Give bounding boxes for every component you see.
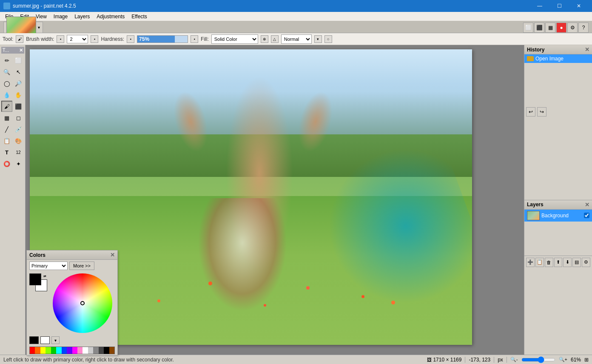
palette-yellow[interactable] [40, 347, 46, 354]
zoom-slider[interactable] [521, 356, 555, 363]
select-icon[interactable]: ▦ [545, 23, 555, 33]
colors-title: Colors [29, 252, 46, 258]
tool-paintbrush[interactable]: 🖌 [1, 101, 12, 112]
palette-cyan[interactable] [56, 347, 61, 354]
tab-dropdown-arrow[interactable]: ▾ [38, 25, 40, 30]
colors-close-button[interactable]: ✕ [110, 252, 115, 258]
zoom-in-button[interactable]: 🔍+ [559, 357, 567, 362]
swap-colors-icon[interactable]: ⇄ [43, 274, 46, 278]
tool-fill[interactable]: ⬛ [13, 101, 24, 112]
tool-recolor[interactable]: 🎨 [13, 135, 24, 146]
menu-bar: File Edit View Image Layers Adjustments … [0, 12, 592, 21]
blend-mode-select[interactable]: Normal Multiply Screen [281, 34, 312, 44]
menu-image[interactable]: Image [50, 12, 71, 21]
layer-add-button[interactable]: ➕ [526, 258, 535, 267]
maximize-button[interactable]: ☐ [549, 0, 569, 12]
palette-pink[interactable] [77, 347, 83, 354]
hardness-increase[interactable]: ▪ [191, 35, 198, 43]
status-hint: Left click to draw with primary color, r… [3, 357, 174, 363]
layer-merge-button[interactable]: ▤ [572, 258, 581, 267]
tool-erase[interactable]: ◻ [13, 112, 24, 123]
tool-color-picker[interactable]: 💧 [1, 89, 12, 100]
brush-width-select[interactable]: 2468 [67, 35, 88, 43]
menu-effects[interactable]: Effects [128, 12, 150, 21]
layer-props-button[interactable]: ⚙ [582, 258, 590, 267]
layer-delete-button[interactable]: 🗑 [545, 258, 553, 267]
color-primary-select[interactable]: Primary [29, 262, 68, 270]
layer-down-button[interactable]: ⬇ [563, 258, 572, 267]
layer-duplicate-button[interactable]: 📋 [535, 258, 544, 267]
color-options-button[interactable]: ▾ [51, 336, 60, 344]
palette-green[interactable] [51, 347, 56, 354]
tool-selection-magic[interactable]: ✦ [13, 158, 24, 169]
tool-row-3: ◯ 🔎 [1, 78, 24, 89]
tool-gradient[interactable]: ▦ [1, 112, 12, 123]
palette-black[interactable] [104, 347, 109, 354]
layer-up-button[interactable]: ⬆ [554, 258, 563, 267]
app-icon [3, 3, 10, 9]
tool-clone[interactable]: 📋 [1, 135, 12, 146]
palette-dkgray[interactable] [99, 347, 104, 354]
menu-adjustments[interactable]: Adjustments [93, 12, 128, 21]
menu-layers[interactable]: Layers [71, 12, 93, 21]
history-item-open[interactable]: Open Image [524, 54, 592, 63]
image-tab[interactable]: ▾ [3, 22, 43, 33]
primary-color-swatch[interactable] [29, 273, 41, 285]
history-redo-button[interactable]: ↪ [537, 107, 546, 117]
tool-zoom[interactable]: 🔍 [1, 66, 12, 77]
palette-ltgray[interactable] [88, 347, 93, 354]
brush-width-increase[interactable]: ▪ [91, 35, 98, 43]
colors-more-button[interactable]: More >> [69, 262, 94, 270]
zoom-fit-button[interactable]: ⊞ [584, 357, 589, 363]
palette-brown[interactable] [109, 347, 114, 354]
color-icon[interactable]: ● [556, 23, 566, 33]
palette-blue[interactable] [62, 347, 67, 354]
layer-item-background[interactable]: Background [524, 210, 592, 222]
palette-orange[interactable] [35, 347, 40, 354]
close-button[interactable]: ✕ [569, 0, 589, 12]
tool-select-rect[interactable]: ⬜ [13, 55, 24, 66]
zoom-out-button[interactable]: 🔍- [510, 357, 518, 362]
minimize-button[interactable]: — [530, 0, 549, 12]
palette-lime[interactable] [46, 347, 51, 354]
tool-shapes[interactable]: ⭕ [1, 158, 12, 169]
black-swatch[interactable] [29, 336, 39, 344]
tools-panel-close[interactable]: ✕ [19, 48, 23, 53]
white-swatch[interactable] [40, 336, 50, 344]
history-undo-button[interactable]: ↩ [526, 107, 535, 117]
hardness-bar[interactable]: 75% [137, 35, 188, 43]
brush-width-decrease[interactable]: ▪ [57, 35, 64, 43]
tool-eyedrop[interactable]: 💉 [13, 124, 24, 135]
tool-bezier[interactable]: 12 [13, 147, 24, 158]
title-left: summer.jpg - paint.net 4.2.5 [3, 3, 76, 9]
fill-select[interactable]: Solid Color No Fill Gradient [211, 34, 258, 44]
help-icon[interactable]: ? [578, 23, 589, 33]
fill-options-icon[interactable]: ⊕ [261, 35, 268, 43]
blend-options-icon[interactable]: ▾ [314, 35, 322, 43]
tool-paintbrush-icon[interactable]: 🖌 [16, 35, 23, 43]
layers-close-button[interactable]: ✕ [585, 202, 589, 208]
view-icon[interactable]: ⬛ [534, 23, 544, 33]
tool-pencil[interactable]: ✏ [1, 55, 12, 66]
alpha-icon[interactable]: ○ [324, 35, 332, 43]
color-wheel[interactable] [53, 273, 112, 333]
palette-magenta[interactable] [72, 347, 77, 354]
history-close-button[interactable]: ✕ [585, 46, 589, 53]
tool-ellipse-select[interactable]: ◯ [1, 78, 12, 89]
fill-extra-icon[interactable]: △ [271, 35, 279, 43]
tool-pan[interactable]: ✋ [13, 89, 24, 100]
palette-white[interactable] [83, 347, 88, 354]
tool-zoom-rect[interactable]: 🔎 [13, 78, 24, 89]
layer-visibility-checkbox[interactable] [584, 213, 589, 218]
tool-text[interactable]: T [1, 147, 12, 158]
pixel-unit: px [498, 357, 503, 363]
tool-line[interactable]: ╱ [1, 124, 12, 135]
settings-icon[interactable]: ⚙ [567, 23, 578, 33]
palette-gray[interactable] [93, 347, 98, 354]
tool-palette-icon[interactable]: ⬜ [523, 23, 533, 33]
colors-panel: Colors ✕ Primary More >> ⇄ ▾ [26, 250, 118, 355]
hardness-decrease[interactable]: ▪ [127, 35, 134, 43]
tool-move[interactable]: ↖ [13, 66, 24, 77]
palette-violet[interactable] [67, 347, 72, 354]
palette-red[interactable] [30, 347, 35, 354]
